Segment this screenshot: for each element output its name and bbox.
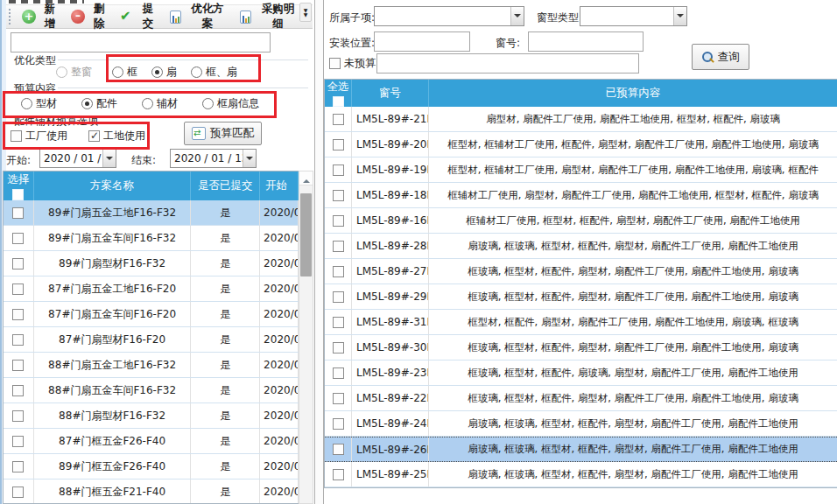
- row-checkbox[interactable]: [12, 385, 24, 396]
- radio-option[interactable]: 辅材: [142, 96, 178, 111]
- end-date-picker[interactable]: 2020 / 01 / 13: [170, 149, 257, 168]
- row-checkbox[interactable]: [12, 334, 24, 346]
- plan-name: 88#门扇型材F16-F32: [34, 403, 191, 428]
- chevron-down-icon[interactable]: [243, 150, 256, 167]
- radio-option[interactable]: 配件: [81, 96, 117, 111]
- row-checkbox[interactable]: [333, 241, 344, 252]
- plan-row[interactable]: 88#门框五金F21-F40 是 2020/0: [4, 480, 299, 504]
- no-budget-checkbox[interactable]: 未预算:: [329, 56, 379, 71]
- window-row[interactable]: LM5L-89#-22F20 框玻璃, 框型材, 框配件, 扇型材, 扇配件工厂…: [325, 386, 837, 411]
- query-button[interactable]: 查询: [692, 44, 749, 70]
- row-checkbox[interactable]: [333, 164, 344, 176]
- plan-row[interactable]: 89#门扇五金工地F16-F32 是 2020/0: [4, 200, 299, 226]
- install-position-input[interactable]: [374, 32, 470, 52]
- plan-row[interactable]: 89#门扇型材F16-F32 是 2020/0: [4, 251, 299, 276]
- radio-option[interactable]: 整窗: [56, 65, 92, 80]
- plan-row[interactable]: 88#门扇五金车间F16-F32 是 2020/0: [4, 378, 299, 403]
- window-row[interactable]: LM5L-89#-19F17 框型材, 框辅材工厂使用, 扇型材, 扇配件工厂使…: [325, 158, 837, 183]
- plan-row[interactable]: 87#门扇型材F16-F20 是 2020/0: [4, 327, 299, 353]
- row-checkbox[interactable]: [333, 215, 344, 227]
- checkbox-option[interactable]: 工厂使用: [11, 129, 67, 144]
- row-checkbox[interactable]: [333, 190, 344, 201]
- panel-splitter[interactable]: [314, 0, 324, 504]
- window-row[interactable]: LM5L-89#-31F29 框型材, 框配件, 扇型材, 扇配件工厂使用, 扇…: [325, 310, 837, 335]
- sub-item-select[interactable]: [374, 6, 524, 26]
- plan-submitted: 是: [191, 429, 260, 453]
- checkbox-option[interactable]: 工地使用: [88, 129, 145, 144]
- row-checkbox[interactable]: [333, 393, 344, 404]
- plan-table-scrollbar[interactable]: [299, 171, 313, 504]
- no-budget-input[interactable]: [376, 53, 639, 74]
- add-icon: [22, 10, 36, 24]
- budgeted-content: 框型材, 框配件, 扇型材, 扇配件工厂使用, 扇配件工地使用, 扇玻璃, 框玻…: [429, 310, 837, 334]
- row-checkbox[interactable]: [12, 360, 24, 371]
- scrollbar-thumb[interactable]: [300, 193, 312, 276]
- budget-match-button[interactable]: 预算匹配: [184, 122, 262, 145]
- toolbar-grip[interactable]: [9, 9, 11, 24]
- window-row[interactable]: LM5L-89#-28F26 扇玻璃, 框玻璃, 框型材, 框配件, 扇型材, …: [325, 234, 837, 259]
- window-row[interactable]: LM5L-89#-18F16 框辅材工厂使用, 扇型材, 扇配件工厂使用, 扇配…: [325, 183, 837, 208]
- plan-row[interactable]: 88#门扇型材F16-F32 是 2020/0: [4, 403, 299, 429]
- radio-control: [81, 98, 93, 109]
- toolbar-button[interactable]: 删除 ▾: [66, 0, 115, 34]
- window-no: LM5L-89#-27F25: [352, 259, 429, 284]
- select-all-checkbox[interactable]: [333, 96, 344, 107]
- row-checkbox[interactable]: [12, 436, 24, 447]
- window-row[interactable]: LM5L-89#-24F22 扇玻璃, 框玻璃, 框型材, 框配件, 扇型材, …: [325, 411, 837, 437]
- plan-row[interactable]: 89#门框五金F26-F40 是 2020/0: [4, 454, 299, 480]
- check-icon: [120, 10, 134, 24]
- row-checkbox[interactable]: [333, 444, 344, 455]
- row-checkbox[interactable]: [12, 207, 24, 219]
- window-row[interactable]: LM5L-89#-25F23 扇玻璃, 框玻璃, 框型材, 框配件, 扇型材, …: [325, 462, 837, 487]
- chevron-down-icon[interactable]: [102, 150, 116, 167]
- plan-row[interactable]: 87#门扇五金车间F16-F20 是 2020/0: [4, 302, 299, 327]
- window-row[interactable]: LM5L-89#-29F27 框玻璃, 框型材, 框配件, 扇型材, 扇配件工厂…: [325, 284, 837, 310]
- window-row[interactable]: LM5L-89#-20F18 框型材, 框辅材工厂使用, 框配件, 扇型材, 扇…: [325, 132, 837, 158]
- window-no-input[interactable]: [528, 32, 644, 52]
- row-checkbox[interactable]: [12, 233, 24, 244]
- row-checkbox[interactable]: [12, 486, 24, 498]
- row-checkbox[interactable]: [12, 461, 24, 472]
- radio-option[interactable]: 型材: [21, 96, 57, 111]
- chevron-down-icon[interactable]: [510, 7, 524, 25]
- row-checkbox[interactable]: [333, 266, 344, 277]
- plan-search-input[interactable]: [11, 32, 271, 52]
- row-checkbox[interactable]: [333, 114, 344, 125]
- select-all-checkbox[interactable]: [12, 189, 24, 200]
- radio-option[interactable]: 框: [112, 65, 137, 80]
- row-checkbox[interactable]: [12, 410, 24, 422]
- window-row[interactable]: LM5L-89#-16F15 框辅材工厂使用, 框型材, 框配件, 扇型材, 扇…: [325, 208, 837, 234]
- start-date-picker[interactable]: 2020 / 01 / 1: [39, 149, 116, 168]
- plan-name: 87#门扇五金工地F16-F20: [34, 276, 191, 301]
- window-row[interactable]: LM5L-89#-26F24 扇玻璃, 框玻璃, 框型材, 框配件, 扇型材, …: [325, 437, 837, 462]
- plan-row[interactable]: 88#门扇五金工地F16-F32 是 2020/0: [4, 353, 299, 378]
- row-checkbox[interactable]: [333, 342, 344, 354]
- window-row[interactable]: LM5L-89#-21F19 扇型材, 扇配件工厂使用, 扇配件工地使用, 框型…: [325, 107, 837, 132]
- toolbar-button[interactable]: 优化方案 ▾: [164, 0, 234, 34]
- row-checkbox[interactable]: [12, 258, 24, 270]
- row-checkbox[interactable]: [333, 368, 344, 379]
- window-row[interactable]: LM5L-89#-30F28 框玻璃, 框型材, 框配件, 扇型材, 扇配件工厂…: [325, 335, 837, 360]
- row-checkbox[interactable]: [333, 317, 344, 328]
- window-type-select[interactable]: [580, 6, 687, 26]
- window-row[interactable]: LM5L-89#-27F25 框玻璃, 框型材, 框配件, 扇型材, 扇配件工厂…: [325, 259, 837, 284]
- row-checkbox[interactable]: [333, 139, 344, 150]
- row-checkbox[interactable]: [333, 469, 344, 480]
- toolbar-button[interactable]: 新增 ▾: [17, 0, 66, 34]
- radio-option[interactable]: 框、扇: [191, 65, 237, 80]
- plan-row[interactable]: 89#门扇五金车间F16-F32 是 2020/0: [4, 226, 299, 251]
- row-checkbox[interactable]: [333, 291, 344, 303]
- plan-row[interactable]: 87#门扇五金工地F16-F20 是 2020/0: [4, 276, 299, 302]
- radio-option[interactable]: 框扇信息: [202, 96, 259, 111]
- chevron-down-icon[interactable]: [673, 7, 686, 25]
- toolbar-button[interactable]: 提交 ▾: [115, 0, 164, 34]
- plan-row[interactable]: 87#门框五金F26-F40 是 2020/0: [4, 429, 299, 454]
- scroll-up-arrow-icon[interactable]: [299, 172, 313, 186]
- row-checkbox[interactable]: [12, 284, 24, 295]
- radio-option[interactable]: 扇: [151, 65, 177, 80]
- toolbar-overflow-button[interactable]: ▼▼: [299, 3, 312, 22]
- window-row[interactable]: LM5L-89#-23F21 框玻璃, 框型材, 框配件, 扇玻璃, 扇型材, …: [325, 360, 837, 386]
- row-checkbox[interactable]: [333, 418, 344, 430]
- radio-control: [151, 66, 163, 78]
- row-checkbox[interactable]: [12, 309, 24, 320]
